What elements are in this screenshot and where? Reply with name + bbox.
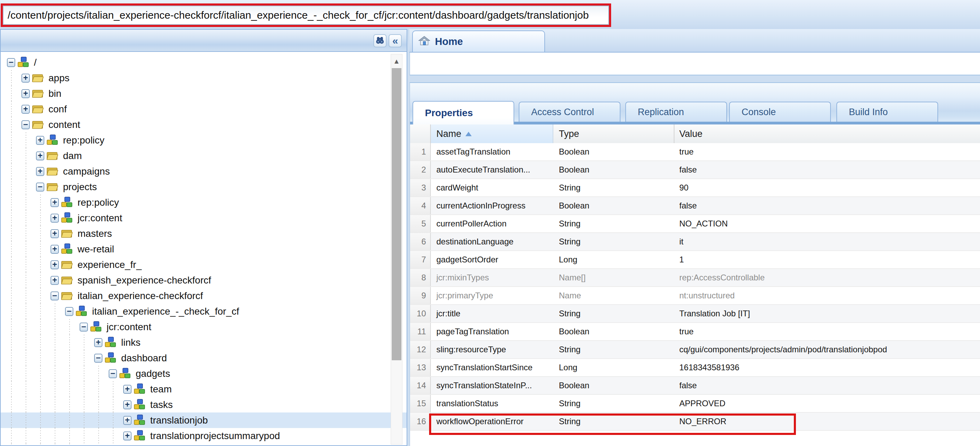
property-row[interactable]: 15translationStatusStringAPPROVED	[410, 395, 980, 413]
property-row[interactable]: 10jcr:titleStringTranslation Job [IT]	[410, 305, 980, 323]
tree-node-spanish-experience-checkforcf[interactable]: +spanish_experience-checkforcf	[1, 273, 407, 288]
property-row[interactable]: 16workflowOperationErrorStringNO_ERROR	[410, 413, 980, 431]
path-input[interactable]	[3, 6, 609, 25]
expand-toggle-icon[interactable]: +	[51, 276, 59, 285]
expand-toggle-icon[interactable]: +	[36, 136, 44, 145]
expand-toggle-icon[interactable]: +	[94, 338, 102, 347]
property-row[interactable]: 1assetTagTranslationBooleantrue	[410, 143, 980, 161]
expand-toggle-icon[interactable]: +	[51, 229, 59, 238]
collapse-toggle-icon[interactable]: −	[65, 307, 73, 316]
tree-node-we-retail[interactable]: +we-retail	[1, 241, 407, 257]
collapse-panel-button[interactable]: «	[388, 34, 402, 48]
column-header-value[interactable]: Value	[675, 124, 980, 143]
tree-node-conf[interactable]: +conf	[1, 101, 407, 117]
tree-indent-guide	[109, 397, 123, 413]
tree-node-translationprojectsummarypod[interactable]: +translationprojectsummarypod	[1, 428, 407, 444]
tree-scrollbar[interactable]: ▲	[391, 54, 402, 444]
tree-node-tasks[interactable]: +tasks	[1, 397, 407, 413]
collapse-toggle-icon[interactable]: −	[51, 292, 59, 300]
expand-toggle-icon[interactable]: +	[123, 432, 132, 440]
tree-node-projects[interactable]: −projects	[1, 179, 407, 195]
tree-node-label: projects	[61, 181, 99, 193]
expand-toggle-icon[interactable]: +	[123, 400, 132, 409]
search-button[interactable]	[373, 34, 387, 48]
tree-node-italian-experience-checkforcf[interactable]: −italian_experience-checkforcf	[1, 288, 407, 303]
tree-indent-guide	[21, 288, 36, 303]
expand-toggle-icon[interactable]: +	[21, 89, 30, 98]
property-value: false	[675, 377, 980, 394]
expand-toggle-icon[interactable]: +	[51, 245, 59, 254]
tree-node-label: rep:policy	[75, 196, 121, 209]
expand-toggle-icon[interactable]: +	[21, 105, 30, 114]
tree-node-team[interactable]: +team	[1, 381, 407, 397]
folder-icon	[61, 275, 73, 286]
property-row[interactable]: 6destinationLanguageStringit	[410, 233, 980, 251]
tree-node-masters[interactable]: +masters	[1, 226, 407, 241]
property-row[interactable]: 14syncTranslationStateInP...Booleanfalse	[410, 377, 980, 395]
expand-toggle-icon[interactable]: +	[36, 151, 44, 160]
collapse-toggle-icon[interactable]: −	[109, 369, 117, 378]
tab-home[interactable]: Home	[412, 30, 545, 52]
tree-indent-guide	[109, 428, 123, 444]
tab-access-control[interactable]: Access Control	[519, 102, 620, 122]
property-row[interactable]: 4currentActionInProgressBooleanfalse	[410, 197, 980, 215]
tab-properties[interactable]: Properties	[412, 101, 514, 124]
property-row[interactable]: 2autoExecuteTranslation...Booleanfalse	[410, 161, 980, 179]
property-row[interactable]: 3cardWeightString90	[410, 179, 980, 197]
collapse-toggle-icon[interactable]: −	[80, 322, 88, 332]
tree-node-apps[interactable]: +apps	[1, 70, 407, 86]
tree-node-italian-experience-check-for-cf[interactable]: −italian_experience_-_check_for_cf	[1, 303, 407, 319]
tree-node-gadgets[interactable]: −gadgets	[1, 366, 407, 381]
property-row-number: 16	[410, 413, 431, 430]
tree-indent-guide	[7, 241, 21, 257]
column-header-name[interactable]: Name	[431, 124, 553, 143]
cubes-icon	[105, 352, 116, 364]
collapse-toggle-icon[interactable]: −	[94, 354, 102, 363]
tree-node-campaigns[interactable]: +campaigns	[1, 163, 407, 179]
expand-toggle-icon[interactable]: +	[123, 416, 132, 425]
expand-toggle-icon[interactable]: +	[51, 260, 59, 269]
collapse-toggle-icon[interactable]: −	[21, 120, 30, 129]
property-row[interactable]: 13syncTranslationStartSinceLong161834358…	[410, 359, 980, 377]
tab-label: Build Info	[849, 107, 888, 117]
tree-node-rep-policy[interactable]: +rep:policy	[1, 132, 407, 148]
collapse-toggle-icon[interactable]: −	[36, 183, 44, 192]
property-row[interactable]: 11pageTagTranslationBooleantrue	[410, 323, 980, 341]
column-header-type[interactable]: Type	[553, 124, 675, 143]
tree-node-dashboard[interactable]: −dashboard	[1, 350, 407, 366]
tree-indent-guide	[7, 350, 21, 366]
tree-indent-guide	[21, 132, 36, 148]
property-row[interactable]: 9jcr:primaryTypeNament:unstructured	[410, 287, 980, 305]
tree-node-rep-policy[interactable]: +rep:policy	[1, 195, 407, 210]
scrollbar-thumb[interactable]	[392, 68, 401, 360]
tree-node-translationjob[interactable]: +translationjob	[1, 413, 407, 428]
cubes-icon	[75, 306, 87, 317]
tree-node-jcr-content[interactable]: +jcr:content	[1, 210, 407, 226]
tree-node[interactable]: +	[1, 444, 407, 445]
expand-toggle-icon[interactable]: +	[51, 214, 59, 223]
expand-toggle-icon[interactable]: +	[51, 198, 59, 207]
property-row[interactable]: 7gadgetSortOrderLong1	[410, 251, 980, 269]
tab-build-info[interactable]: Build Info	[837, 102, 938, 122]
tree-node-links[interactable]: +links	[1, 335, 407, 350]
tree-node--[interactable]: −/	[1, 55, 407, 70]
tree-node-dam[interactable]: +dam	[1, 148, 407, 163]
tree-node-jcr-content[interactable]: −jcr:content	[1, 319, 407, 335]
tab-console[interactable]: Console	[729, 102, 831, 122]
property-name: translationStatus	[431, 395, 553, 412]
tree-node-experience-fr-[interactable]: +experience_fr_	[1, 257, 407, 273]
expand-toggle-icon[interactable]: +	[21, 74, 30, 83]
expand-toggle-icon[interactable]: +	[36, 167, 44, 176]
property-row[interactable]: 8jcr:mixinTypesName[]rep:AccessControlla…	[410, 269, 980, 287]
collapse-toggle-icon[interactable]: −	[7, 58, 15, 67]
tree-node-content[interactable]: −content	[1, 117, 407, 132]
property-row[interactable]: 5currentPollerActionStringNO_ACTION	[410, 215, 980, 233]
tree-node-bin[interactable]: +bin	[1, 86, 407, 101]
tree-indent-guide	[21, 397, 36, 413]
tree-indent-guide	[80, 413, 94, 428]
scroll-up-icon[interactable]: ▲	[391, 56, 402, 67]
tab-replication[interactable]: Replication	[625, 102, 727, 122]
expand-toggle-icon[interactable]: +	[123, 385, 132, 394]
tree-indent-guide	[80, 350, 94, 366]
property-row[interactable]: 12sling:resourceTypeStringcq/gui/compone…	[410, 341, 980, 359]
